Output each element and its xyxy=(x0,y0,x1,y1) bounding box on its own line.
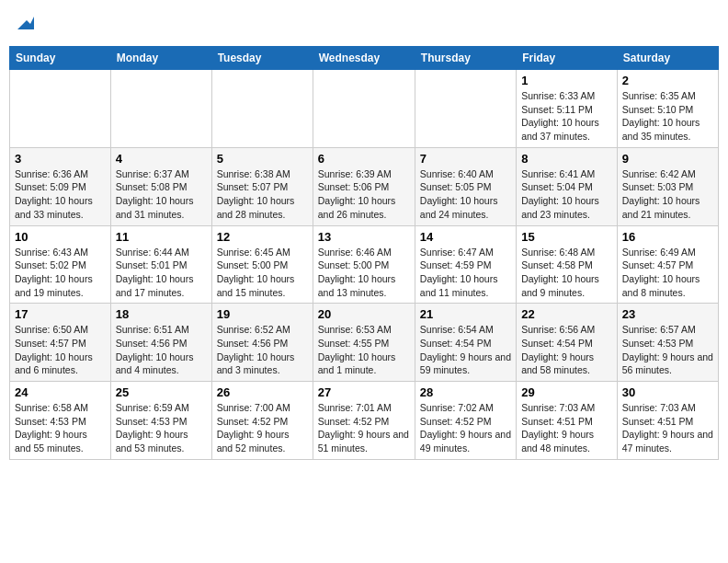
sunset-time: Sunset: 4:55 PM xyxy=(318,337,410,350)
day-info: Sunrise: 6:45 AMSunset: 5:00 PMDaylight:… xyxy=(217,246,308,300)
day-info: Sunrise: 6:52 AMSunset: 4:56 PMDaylight:… xyxy=(217,323,308,377)
day-number: 21 xyxy=(420,307,511,321)
day-info: Sunrise: 6:38 AMSunset: 5:07 PMDaylight:… xyxy=(217,167,308,222)
sunrise-time: Sunrise: 6:50 AM xyxy=(15,323,106,337)
day-number: 2 xyxy=(622,74,713,87)
calendar-cell: 29Sunrise: 7:03 AMSunset: 4:51 PMDayligh… xyxy=(517,382,618,460)
daylight-hours: Daylight: 9 hours and 53 minutes. xyxy=(116,428,207,454)
sunset-time: Sunset: 5:10 PM xyxy=(622,103,713,117)
calendar-cell: 28Sunrise: 7:02 AMSunset: 4:52 PMDayligh… xyxy=(415,382,516,460)
day-info: Sunrise: 7:00 AMSunset: 4:52 PMDaylight:… xyxy=(217,401,308,455)
calendar-cell: 17Sunrise: 6:50 AMSunset: 4:57 PMDayligh… xyxy=(10,304,111,382)
day-number: 11 xyxy=(116,230,207,244)
sunset-time: Sunset: 5:00 PM xyxy=(217,259,308,272)
day-number: 24 xyxy=(15,385,106,399)
sunrise-time: Sunrise: 6:52 AM xyxy=(217,323,308,337)
calendar-cell: 19Sunrise: 6:52 AMSunset: 4:56 PMDayligh… xyxy=(211,304,313,382)
day-number: 18 xyxy=(116,307,207,321)
day-number: 20 xyxy=(318,307,410,321)
calendar-header-row: SundayMondayTuesdayWednesdayThursdayFrid… xyxy=(10,47,719,70)
sunset-time: Sunset: 5:06 PM xyxy=(318,180,410,194)
sunrise-time: Sunrise: 6:40 AM xyxy=(420,167,511,181)
daylight-hours: Daylight: 10 hours and 23 minutes. xyxy=(521,194,612,221)
daylight-hours: Daylight: 10 hours and 31 minutes. xyxy=(116,194,207,221)
daylight-hours: Daylight: 10 hours and 9 minutes. xyxy=(521,272,612,299)
day-number: 19 xyxy=(217,307,308,321)
daylight-hours: Daylight: 10 hours and 19 minutes. xyxy=(15,272,106,299)
sunrise-time: Sunrise: 6:56 AM xyxy=(521,323,612,337)
sunrise-time: Sunrise: 6:58 AM xyxy=(15,401,106,415)
daylight-hours: Daylight: 10 hours and 26 minutes. xyxy=(318,194,410,221)
day-number: 22 xyxy=(521,307,612,321)
sunrise-time: Sunrise: 6:51 AM xyxy=(116,323,207,337)
day-info: Sunrise: 6:47 AMSunset: 4:59 PMDaylight:… xyxy=(420,246,511,300)
sunrise-time: Sunrise: 6:35 AM xyxy=(622,89,713,103)
weekday-header-tuesday: Tuesday xyxy=(211,47,313,70)
sunset-time: Sunset: 5:08 PM xyxy=(116,180,207,194)
calendar-cell: 18Sunrise: 6:51 AMSunset: 4:56 PMDayligh… xyxy=(110,304,211,382)
sunset-time: Sunset: 4:57 PM xyxy=(622,259,713,272)
calendar-cell: 12Sunrise: 6:45 AMSunset: 5:00 PMDayligh… xyxy=(211,225,313,304)
calendar-cell: 26Sunrise: 7:00 AMSunset: 4:52 PMDayligh… xyxy=(211,382,313,460)
sunrise-time: Sunrise: 7:00 AM xyxy=(217,401,308,415)
sunrise-time: Sunrise: 6:36 AM xyxy=(15,167,106,181)
day-info: Sunrise: 6:56 AMSunset: 4:54 PMDaylight:… xyxy=(521,323,612,377)
sunset-time: Sunset: 4:58 PM xyxy=(521,259,612,272)
sunset-time: Sunset: 5:09 PM xyxy=(15,180,106,194)
calendar-cell xyxy=(10,70,111,148)
day-info: Sunrise: 6:51 AMSunset: 4:56 PMDaylight:… xyxy=(116,323,207,377)
daylight-hours: Daylight: 9 hours and 55 minutes. xyxy=(15,428,106,454)
sunrise-time: Sunrise: 7:01 AM xyxy=(318,401,410,415)
calendar-week-4: 17Sunrise: 6:50 AMSunset: 4:57 PMDayligh… xyxy=(10,304,719,382)
calendar-cell: 15Sunrise: 6:48 AMSunset: 4:58 PMDayligh… xyxy=(517,225,618,304)
sunrise-time: Sunrise: 6:59 AM xyxy=(116,401,207,415)
calendar-cell: 4Sunrise: 6:37 AMSunset: 5:08 PMDaylight… xyxy=(110,147,211,225)
sunrise-time: Sunrise: 6:42 AM xyxy=(622,167,713,181)
day-number: 17 xyxy=(15,307,106,321)
day-info: Sunrise: 6:43 AMSunset: 5:02 PMDaylight:… xyxy=(15,246,106,300)
day-number: 15 xyxy=(521,230,612,244)
sunset-time: Sunset: 4:52 PM xyxy=(420,415,511,429)
calendar-week-5: 24Sunrise: 6:58 AMSunset: 4:53 PMDayligh… xyxy=(10,382,719,460)
daylight-hours: Daylight: 9 hours and 52 minutes. xyxy=(217,428,308,454)
daylight-hours: Daylight: 10 hours and 3 minutes. xyxy=(217,350,308,377)
day-number: 28 xyxy=(420,385,511,399)
day-info: Sunrise: 6:46 AMSunset: 5:00 PMDaylight:… xyxy=(318,246,410,300)
calendar-cell: 22Sunrise: 6:56 AMSunset: 4:54 PMDayligh… xyxy=(517,304,618,382)
day-info: Sunrise: 6:48 AMSunset: 4:58 PMDaylight:… xyxy=(521,246,612,300)
calendar-cell: 20Sunrise: 6:53 AMSunset: 4:55 PMDayligh… xyxy=(313,304,415,382)
calendar-cell: 21Sunrise: 6:54 AMSunset: 4:54 PMDayligh… xyxy=(415,304,516,382)
daylight-hours: Daylight: 10 hours and 24 minutes. xyxy=(420,194,511,221)
calendar-cell: 7Sunrise: 6:40 AMSunset: 5:05 PMDaylight… xyxy=(415,147,516,225)
sunrise-time: Sunrise: 6:57 AM xyxy=(622,323,713,337)
sunset-time: Sunset: 4:53 PM xyxy=(622,337,713,350)
logo-icon xyxy=(14,13,34,33)
sunrise-time: Sunrise: 6:44 AM xyxy=(116,246,207,259)
day-number: 9 xyxy=(622,152,713,166)
sunset-time: Sunset: 5:07 PM xyxy=(217,180,308,194)
calendar-cell xyxy=(211,70,313,148)
sunset-time: Sunset: 5:02 PM xyxy=(15,259,106,272)
day-number: 12 xyxy=(217,230,308,244)
sunrise-time: Sunrise: 6:45 AM xyxy=(217,246,308,259)
day-number: 1 xyxy=(521,74,612,87)
day-info: Sunrise: 6:42 AMSunset: 5:03 PMDaylight:… xyxy=(622,167,713,222)
daylight-hours: Daylight: 9 hours and 49 minutes. xyxy=(420,428,511,454)
day-info: Sunrise: 6:33 AMSunset: 5:11 PMDaylight:… xyxy=(521,89,612,144)
svg-marker-0 xyxy=(17,17,34,29)
day-number: 6 xyxy=(318,152,410,166)
day-number: 27 xyxy=(318,385,410,399)
day-number: 29 xyxy=(521,385,612,399)
day-info: Sunrise: 7:02 AMSunset: 4:52 PMDaylight:… xyxy=(420,401,511,455)
day-number: 14 xyxy=(420,230,511,244)
sunrise-time: Sunrise: 6:47 AM xyxy=(420,246,511,259)
day-number: 16 xyxy=(622,230,713,244)
calendar-cell: 16Sunrise: 6:49 AMSunset: 4:57 PMDayligh… xyxy=(617,225,718,304)
day-number: 4 xyxy=(116,152,207,166)
calendar-cell: 2Sunrise: 6:35 AMSunset: 5:10 PMDaylight… xyxy=(617,70,718,148)
day-info: Sunrise: 6:49 AMSunset: 4:57 PMDaylight:… xyxy=(622,246,713,300)
sunset-time: Sunset: 4:56 PM xyxy=(217,337,308,350)
sunset-time: Sunset: 5:04 PM xyxy=(521,180,612,194)
day-info: Sunrise: 6:44 AMSunset: 5:01 PMDaylight:… xyxy=(116,246,207,300)
day-number: 5 xyxy=(217,152,308,166)
